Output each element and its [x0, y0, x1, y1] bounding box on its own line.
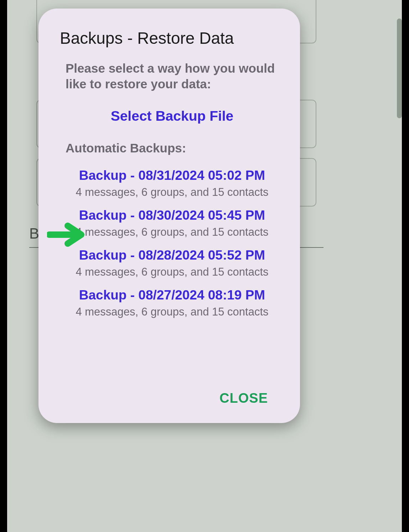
backup-item-subtitle: 4 messages, 6 groups, and 15 contacts: [76, 306, 268, 318]
backup-item-subtitle: 4 messages, 6 groups, and 15 contacts: [76, 186, 268, 199]
backup-item-title: Backup - 08/27/2024 08:19 PM: [79, 288, 265, 303]
dialog-actions: CLOSE: [60, 374, 279, 409]
restore-dialog: Backups - Restore Data Please select a w…: [38, 9, 300, 423]
backup-list: Backup - 08/31/2024 05:02 PM 4 messages,…: [66, 168, 279, 318]
select-backup-file-link[interactable]: Select Backup File: [66, 108, 279, 124]
backup-item[interactable]: Backup - 08/31/2024 05:02 PM 4 messages,…: [66, 168, 279, 199]
backup-item[interactable]: Backup - 08/28/2024 05:52 PM 4 messages,…: [66, 248, 279, 278]
close-button[interactable]: CLOSE: [209, 388, 279, 409]
backup-item-title: Backup - 08/30/2024 05:45 PM: [79, 208, 265, 223]
dialog-title: Backups - Restore Data: [60, 28, 279, 48]
scrollbar[interactable]: [397, 19, 402, 118]
automatic-backups-heading: Automatic Backups:: [66, 141, 279, 155]
backup-item-title: Backup - 08/28/2024 05:52 PM: [79, 248, 265, 263]
dialog-instruction: Please select a way how you would like t…: [66, 61, 279, 92]
dialog-body: Please select a way how you would like t…: [60, 61, 279, 374]
backup-item-subtitle: 4 messages, 6 groups, and 15 contacts: [76, 266, 268, 278]
backup-item-title: Backup - 08/31/2024 05:02 PM: [79, 168, 265, 183]
backup-item-subtitle: 4 messages, 6 groups, and 15 contacts: [76, 226, 268, 239]
backup-item[interactable]: Backup - 08/27/2024 08:19 PM 4 messages,…: [66, 288, 279, 318]
backup-item[interactable]: Backup - 08/30/2024 05:45 PM 4 messages,…: [66, 208, 279, 239]
